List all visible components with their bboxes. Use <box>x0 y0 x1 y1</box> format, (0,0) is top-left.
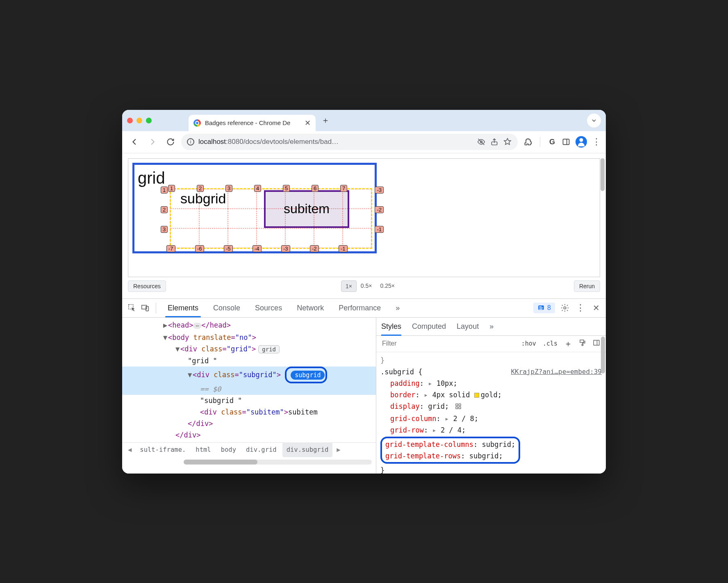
profile-avatar-icon[interactable] <box>576 136 587 148</box>
tab-title: Badges reference - Chrome De <box>205 119 300 126</box>
grid-editor-icon[interactable] <box>455 401 462 413</box>
expand-icon[interactable] <box>587 114 601 128</box>
extensions-icon[interactable] <box>523 137 532 146</box>
url-text: localhost:8080/docs/devtools/elements/ba… <box>198 138 473 146</box>
dom-scrollbar[interactable] <box>184 460 372 465</box>
styles-rules: } .subgrid { KKrajpZ?ani…pe=embed:39 pad… <box>376 352 606 474</box>
rule-border[interactable]: border: ▸ 4px solid gold; <box>380 389 602 401</box>
devtools: Elements Console Sources Network Perform… <box>122 298 606 474</box>
tab-performance[interactable]: Performance <box>332 299 387 317</box>
demo-controls: Resources 1× 0.5× 0.25× Rerun <box>128 277 600 294</box>
bc-item[interactable]: html <box>191 442 215 457</box>
tab-layout[interactable]: Layout <box>457 318 479 335</box>
close-devtools-icon[interactable]: ✕ <box>590 302 602 314</box>
tab-strip: Badges reference - Chrome De ✕ ＋ <box>122 110 606 131</box>
svg-rect-10 <box>594 340 599 345</box>
styles-tabs: Styles Computed Layout » <box>376 318 606 336</box>
tab-close-icon[interactable]: ✕ <box>305 118 311 128</box>
source-link[interactable]: KKrajpZ?ani…pe=embed:39 <box>511 366 602 378</box>
back-button[interactable] <box>127 134 142 149</box>
zoom-1x[interactable]: 1× <box>341 280 357 292</box>
bc-item[interactable]: sult-iframe. <box>136 442 190 457</box>
tab-sources[interactable]: Sources <box>248 299 289 317</box>
styles-filter-input[interactable] <box>380 338 516 349</box>
rule-grid-column[interactable]: grid-column: ▸ 2 / 8; <box>380 413 602 424</box>
zoom-controls: 1× 0.5× 0.25× <box>341 280 399 292</box>
bc-item[interactable]: div.subgrid <box>282 442 333 457</box>
dom-close-grid[interactable]: </div> <box>122 429 376 441</box>
tab-computed[interactable]: Computed <box>412 318 446 335</box>
menu-icon[interactable]: ⋮ <box>592 137 601 146</box>
svg-rect-8 <box>580 340 584 342</box>
reload-button[interactable] <box>163 134 178 149</box>
device-toggle-icon[interactable] <box>139 302 151 314</box>
window-controls <box>127 118 152 123</box>
viewport-scrollbar[interactable] <box>601 158 605 191</box>
rule-display[interactable]: display: grid; <box>380 401 602 413</box>
more-icon[interactable]: ⋮ <box>575 302 586 314</box>
subgrid-badge-highlight: subgrid <box>285 367 327 383</box>
subgrid-label: subgrid <box>180 191 226 207</box>
rerun-button[interactable]: Rerun <box>574 280 600 292</box>
resources-button[interactable]: Resources <box>128 280 166 292</box>
tab-more[interactable]: » <box>389 299 406 317</box>
svg-rect-14 <box>459 407 461 409</box>
site-info-icon[interactable]: i <box>187 138 194 146</box>
close-window-icon[interactable] <box>127 118 133 123</box>
side-panel-icon[interactable] <box>562 137 571 146</box>
eye-off-icon[interactable] <box>477 137 486 146</box>
styles-panel: Styles Computed Layout » :hov .cls ＋ <box>376 318 606 474</box>
issues-badge[interactable]: 8 <box>533 303 555 313</box>
address-bar[interactable]: i localhost:8080/docs/devtools/elements/… <box>181 134 518 150</box>
bc-left-icon[interactable]: ◀ <box>125 444 134 455</box>
minimize-window-icon[interactable] <box>136 118 142 123</box>
dom-text-grid[interactable]: "grid " <box>122 355 376 367</box>
maximize-window-icon[interactable] <box>146 118 152 123</box>
styles-scrollbar[interactable] <box>601 337 605 373</box>
dom-node-body[interactable]: ▼<body translate="no"> <box>122 332 376 343</box>
bookmark-star-icon[interactable] <box>503 137 512 146</box>
bc-item[interactable]: div.grid <box>242 442 281 457</box>
tab-styles[interactable]: Styles <box>381 318 401 335</box>
tab-network[interactable]: Network <box>290 299 330 317</box>
rule-grid-template-rows[interactable]: grid-template-rows: subgrid; <box>385 450 515 462</box>
toolbar: i localhost:8080/docs/devtools/elements/… <box>122 131 606 153</box>
tab-more[interactable]: » <box>489 318 494 335</box>
settings-icon[interactable] <box>559 302 571 314</box>
zoom-05x[interactable]: 0.5× <box>357 280 376 292</box>
grid-badge[interactable]: grid <box>258 345 280 353</box>
tab-console[interactable]: Console <box>207 299 247 317</box>
dom-node-head[interactable]: ▶<head>⋯</head> <box>122 319 376 332</box>
browser-tab[interactable]: Badges reference - Chrome De ✕ <box>189 115 316 131</box>
dom-node-grid[interactable]: ▼<div class="grid">grid <box>122 343 376 355</box>
forward-button[interactable] <box>145 134 160 149</box>
new-rule-icon[interactable]: ＋ <box>562 337 574 350</box>
tab-elements[interactable]: Elements <box>161 299 205 317</box>
dom-node-subitem[interactable]: <div class="subitem">subitem <box>122 406 376 418</box>
cls-button[interactable]: .cls <box>541 339 559 348</box>
hov-button[interactable]: :hov <box>520 339 538 348</box>
share-icon[interactable] <box>490 137 499 146</box>
color-swatch-icon <box>474 393 479 398</box>
dom-close-subgrid[interactable]: </div> <box>122 418 376 429</box>
panel-icon[interactable] <box>591 338 602 349</box>
grid-overlay: subgrid subitem 1 2 3 4 5 6 7 1 2 3 <box>171 189 371 248</box>
new-tab-button[interactable]: ＋ <box>319 114 332 127</box>
dom-text-subgrid[interactable]: "subgrid " <box>122 395 376 406</box>
page-viewport: grid subgrid subitem 1 2 3 4 5 <box>122 153 606 298</box>
subgrid-badge[interactable]: subgrid <box>291 371 325 380</box>
bc-item[interactable]: body <box>217 442 240 457</box>
dom-node-subgrid[interactable]: ▼<div class="subgrid"> subgrid <box>122 367 376 383</box>
rule-padding[interactable]: padding: ▸ 10px; <box>380 378 602 389</box>
inspect-icon[interactable] <box>126 302 138 314</box>
rule-grid-row[interactable]: grid-row: ▸ 2 / 4; <box>380 424 602 436</box>
rule-grid-template-columns[interactable]: grid-template-columns: subgrid; <box>385 439 515 450</box>
zoom-025x[interactable]: 0.25× <box>376 280 398 292</box>
google-icon[interactable]: G <box>548 137 557 146</box>
dom-tree-panel: ▶<head>⋯</head> ▼<body translate="no"> ▼… <box>122 318 376 474</box>
devtools-tabs: Elements Console Sources Network Perform… <box>122 299 606 318</box>
demo-frame: grid subgrid subitem 1 2 3 4 5 <box>128 158 600 277</box>
paint-icon[interactable] <box>577 338 588 349</box>
bc-right-icon[interactable]: ▶ <box>334 444 343 455</box>
extensions-area: G ⋮ <box>523 136 601 148</box>
